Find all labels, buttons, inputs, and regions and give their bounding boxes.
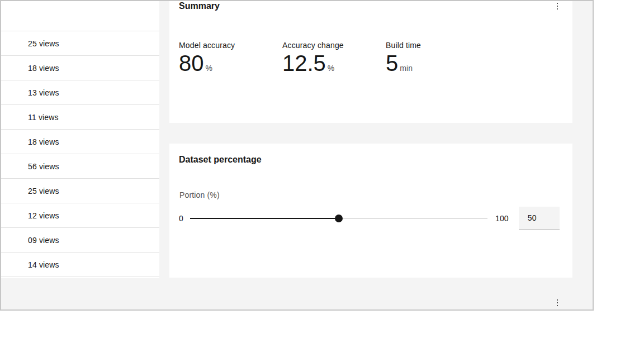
list-item[interactable]: 18 views [1, 130, 159, 154]
kebab-dot [557, 6, 558, 7]
list-item[interactable]: 25 views [1, 179, 159, 203]
list-item[interactable]: 25 views [1, 31, 159, 56]
slider-max-label: 100 [495, 214, 509, 223]
dataset-percentage-card: Dataset percentage Portion (%) 0 100 [169, 144, 572, 278]
portion-slider: 0 100 [179, 206, 560, 230]
summary-card: Summary Model accuracy 80 % Accuracy cha… [169, 1, 572, 123]
summary-metrics: Model accuracy 80 % Accuracy change 12.5… [179, 41, 489, 75]
metric-label: Build time [386, 41, 489, 50]
views-list: 25 views 18 views 13 views 11 views 18 v… [1, 1, 159, 278]
summary-card-title: Summary [179, 1, 220, 11]
list-item[interactable]: 12 views [1, 203, 159, 228]
list-item[interactable]: 14 views [1, 253, 159, 277]
list-item[interactable]: 18 views [1, 56, 159, 80]
metric-accuracy-change: Accuracy change 12.5 % [282, 41, 386, 75]
metric-value: 12.5 [282, 51, 326, 75]
metric-value: 5 [386, 51, 398, 75]
slider-track[interactable] [190, 215, 487, 222]
metric-value: 80 [179, 51, 204, 75]
kebab-dot [557, 305, 558, 307]
slider-min-label: 0 [179, 214, 183, 223]
metric-suffix: % [328, 64, 335, 73]
list-item[interactable]: 13 views [1, 80, 159, 105]
kebab-menu-icon[interactable] [552, 298, 562, 308]
list-item[interactable]: 11 views [1, 105, 159, 130]
metric-suffix: % [206, 64, 213, 73]
metric-build-time: Build time 5 min [386, 41, 489, 75]
dataset-card-title: Dataset percentage [179, 155, 262, 165]
app-window: 25 views 18 views 13 views 11 views 18 v… [0, 0, 594, 311]
kebab-dot [557, 8, 558, 10]
metric-model-accuracy: Model accuracy 80 % [179, 41, 282, 75]
metric-label: Accuracy change [282, 41, 386, 50]
kebab-menu-icon[interactable] [552, 1, 562, 11]
portion-label: Portion (%) [179, 190, 220, 199]
views-list-header [1, 1, 159, 31]
metric-label: Model accuracy [179, 41, 282, 50]
portion-value-input[interactable] [519, 207, 560, 230]
metric-suffix: min [400, 64, 413, 73]
kebab-dot [557, 299, 558, 301]
slider-fill [190, 218, 339, 219]
list-item[interactable]: 56 views [1, 154, 159, 179]
kebab-dot [557, 3, 558, 4]
list-item[interactable]: 09 views [1, 228, 159, 253]
slider-handle[interactable] [335, 215, 343, 222]
kebab-dot [557, 302, 558, 304]
